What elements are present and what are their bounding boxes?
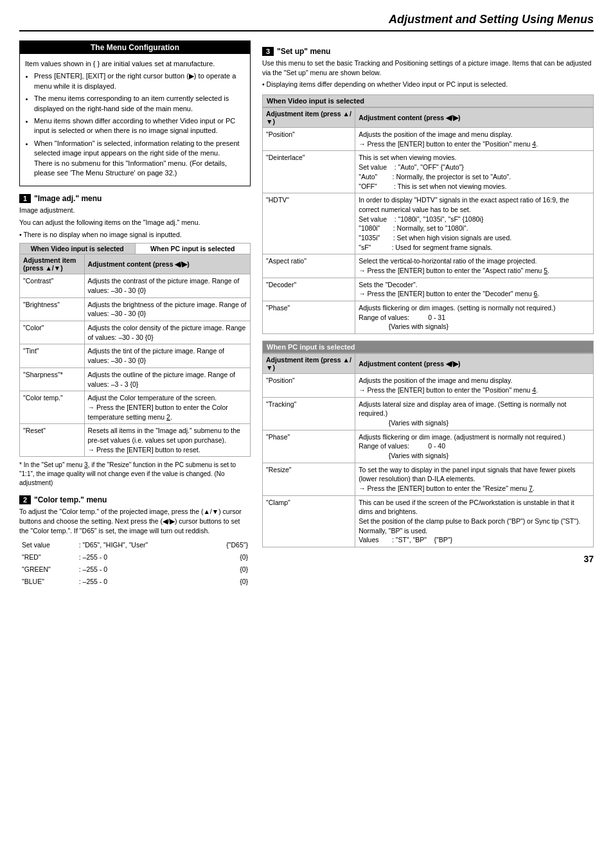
when-video-header: When Video input is selected bbox=[262, 94, 594, 107]
green-suffix: {0} bbox=[206, 564, 249, 575]
item-cell: "Contrast" bbox=[20, 274, 85, 297]
when-pc-header: When PC input is selected bbox=[262, 341, 594, 353]
item-cell: "Phase" bbox=[263, 301, 355, 334]
item-cell: "Deinterlace" bbox=[263, 151, 355, 193]
table-row: "HDTV" In order to display "HDTV" signal… bbox=[263, 193, 594, 254]
content-cell: Adjusts flickering or dim image. (adjust… bbox=[355, 430, 594, 463]
item-cell: "Clamp" bbox=[263, 495, 355, 547]
content-cell: Adjusts the tint of the picture image. R… bbox=[84, 344, 250, 368]
table-row: "Color temp." Adjust the Color temperatu… bbox=[20, 391, 251, 424]
table-row: "Phase" Adjusts flickering or dim image.… bbox=[263, 430, 594, 463]
content-cell: Adjust the Color temperature of the scre… bbox=[84, 391, 250, 424]
table-row: "Phase" Adjusts flickering or dim images… bbox=[263, 301, 594, 334]
set-value-label: Set value bbox=[21, 540, 76, 551]
item-cell: "Aspect ratio" bbox=[263, 254, 355, 278]
green-label: "GREEN" bbox=[21, 564, 76, 575]
menu-config-para: Item values shown in { } are initial val… bbox=[25, 59, 245, 69]
item-cell: "Brightness" bbox=[20, 297, 85, 321]
menu1-section: 1 "Image adj." menu Image adjustment. Yo… bbox=[19, 194, 251, 488]
col2-header-video: Adjustment content (press ◀/▶) bbox=[355, 108, 594, 128]
menu3-video-table: Adjustment item (press ▲/▼) Adjustment c… bbox=[262, 107, 594, 334]
col1-header-pc: Adjustment item (press ▲/▼) bbox=[263, 354, 355, 374]
menu3-title: 3 "Set up" menu bbox=[262, 47, 594, 56]
page-title: Adjustment and Setting Using Menus bbox=[19, 13, 594, 31]
menu-config-section: The Menu Configuration Item values shown… bbox=[19, 40, 251, 186]
red-label: "RED" bbox=[21, 552, 76, 563]
table-row: "Sharpness"* Adjusts the outline of the … bbox=[20, 368, 251, 391]
content-cell: Sets the "Decoder". → Press the [ENTER] … bbox=[355, 278, 594, 301]
content-cell: Adjusts the contrast of the picture imag… bbox=[84, 274, 250, 297]
col2-header: Adjustment content (press ◀/▶) bbox=[84, 254, 250, 274]
content-cell: Adjusts the color density of the picture… bbox=[84, 321, 250, 344]
table-row: "Tint" Adjusts the tint of the picture i… bbox=[20, 344, 251, 368]
table-row: "Resize" To set the way to display in th… bbox=[263, 463, 594, 495]
item-cell: "Position" bbox=[263, 128, 355, 151]
tab-video-input[interactable]: When Video input is selected bbox=[20, 244, 136, 254]
table-row: "Brightness" Adjusts the brightness of t… bbox=[20, 297, 251, 321]
item-cell: "Tint" bbox=[20, 344, 85, 368]
item-cell: "Resize" bbox=[263, 463, 355, 495]
content-cell: Adjusts the position of the image and me… bbox=[355, 374, 594, 397]
content-cell: Adjusts the position of the image and me… bbox=[355, 128, 594, 151]
item-cell: "HDTV" bbox=[263, 193, 355, 254]
item-cell: "Color" bbox=[20, 321, 85, 344]
table-row: "Position" Adjusts the position of the i… bbox=[263, 374, 594, 397]
content-cell: Adjusts the brightness of the picture im… bbox=[84, 297, 250, 321]
table-row: "Position" Adjusts the position of the i… bbox=[263, 128, 594, 151]
blue-label: "BLUE" bbox=[21, 576, 76, 587]
content-cell: Adjusts the outline of the picture image… bbox=[84, 368, 250, 391]
list-item: Menu items shown differ according to whe… bbox=[34, 116, 245, 136]
menu3-pc-table: Adjustment item (press ▲/▼) Adjustment c… bbox=[262, 353, 594, 547]
content-cell: In order to display "HDTV" signals in th… bbox=[355, 193, 594, 254]
color-temp-table: Set value : "D65", "HIGH", "User" {"D65"… bbox=[19, 538, 251, 588]
table-row: "Reset" Resets all items in the "Image a… bbox=[20, 424, 251, 457]
table-row: "Aspect ratio" Select the vertical-to-ho… bbox=[263, 254, 594, 278]
menu1-title: 1 "Image adj." menu bbox=[19, 194, 251, 203]
table-row: "Contrast" Adjusts the contrast of the p… bbox=[20, 274, 251, 297]
tab-pc-input[interactable]: When PC input is selected bbox=[136, 244, 251, 254]
content-cell: This can be used if the screen of the PC… bbox=[355, 495, 594, 547]
table-row: "Color" Adjusts the color density of the… bbox=[20, 321, 251, 344]
list-item: Press [ENTER], [EXIT] or the right curso… bbox=[34, 71, 245, 91]
menu1-footnote: * In the "Set up" menu 3, if the "Resize… bbox=[19, 461, 251, 488]
col2-header-pc: Adjustment content (press ◀/▶) bbox=[355, 354, 594, 374]
content-cell: This is set when viewing movies. Set val… bbox=[355, 151, 594, 193]
content-cell: Adjusts flickering or dim images. (setti… bbox=[355, 301, 594, 334]
red-value: : –255 - 0 bbox=[78, 552, 205, 563]
menu2-title: 2 "Color temp." menu bbox=[19, 495, 251, 504]
menu3-section: 3 "Set up" menu Use this menu to set the… bbox=[262, 47, 594, 547]
item-cell: "Position" bbox=[263, 374, 355, 397]
menu2-section: 2 "Color temp." menu To adjust the "Colo… bbox=[19, 495, 251, 588]
green-value: : –255 - 0 bbox=[78, 564, 205, 575]
col1-header: Adjustment item (press ▲/▼) bbox=[20, 254, 85, 274]
blue-suffix: {0} bbox=[206, 576, 249, 587]
item-cell: "Phase" bbox=[263, 430, 355, 463]
set-value: : "D65", "HIGH", "User" bbox=[78, 540, 205, 551]
item-cell: "Reset" bbox=[20, 424, 85, 457]
table-row: "Decoder" Sets the "Decoder". → Press th… bbox=[263, 278, 594, 301]
col1-header-video: Adjustment item (press ▲/▼) bbox=[263, 108, 355, 128]
list-item: When "Information" is selected, informat… bbox=[34, 139, 245, 179]
page-number: 37 bbox=[262, 554, 594, 564]
menu-config-list: Press [ENTER], [EXIT] or the right curso… bbox=[25, 71, 245, 178]
content-cell: Select the vertical-to-horizontal ratio … bbox=[355, 254, 594, 278]
content-cell: Adjusts lateral size and display area of… bbox=[355, 397, 594, 430]
menu-config-header: The Menu Configuration bbox=[20, 41, 250, 54]
table-row: "Deinterlace" This is set when viewing m… bbox=[263, 151, 594, 193]
item-cell: "Color temp." bbox=[20, 391, 85, 424]
content-cell: To set the way to display in the panel i… bbox=[355, 463, 594, 495]
item-cell: "Tracking" bbox=[263, 397, 355, 430]
table-row: "Tracking" Adjusts lateral size and disp… bbox=[263, 397, 594, 430]
red-suffix: {0} bbox=[206, 552, 249, 563]
content-cell: Resets all items in the "Image adj." sub… bbox=[84, 424, 250, 457]
list-item: The menu items corresponding to an item … bbox=[34, 94, 245, 114]
item-cell: "Decoder" bbox=[263, 278, 355, 301]
table-row: "Clamp" This can be used if the screen o… bbox=[263, 495, 594, 547]
blue-value: : –255 - 0 bbox=[78, 576, 205, 587]
menu1-table: Adjustment item (press ▲/▼) Adjustment c… bbox=[19, 254, 251, 457]
item-cell: "Sharpness"* bbox=[20, 368, 85, 391]
set-value-suffix: {"D65"} bbox=[206, 540, 249, 551]
